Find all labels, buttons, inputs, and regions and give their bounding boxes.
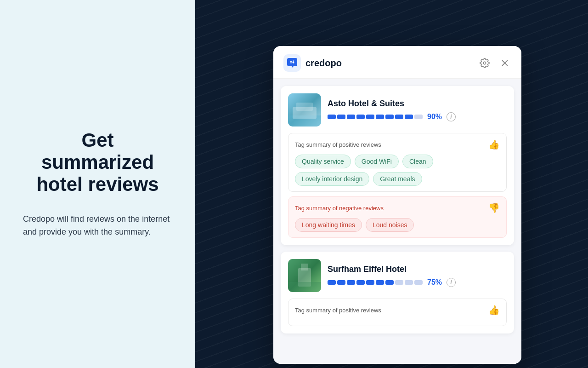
bar-seg-7 (385, 115, 394, 119)
settings-button[interactable] (478, 57, 491, 69)
thumbs-down-icon-asto: 👎 (488, 202, 500, 213)
bar-seg-6 (376, 115, 384, 119)
credopo-widget: credopo (273, 46, 521, 364)
rating-row-surfham: 75% i (328, 278, 507, 287)
bar-s8 (395, 280, 403, 285)
hotel-thumbnail-surfham (288, 259, 321, 292)
bar-seg-1 (328, 115, 336, 119)
positive-title-asto: Tag summary of positive reviews (295, 141, 381, 148)
tag-long-waiting[interactable]: Long waiting times (295, 218, 362, 232)
tag-lovely-interior[interactable]: Lovely interior design (295, 172, 369, 186)
widget-controls (478, 57, 511, 69)
bar-s5 (366, 280, 374, 285)
gear-icon (480, 58, 490, 68)
help-icon-asto[interactable]: i (447, 112, 456, 121)
logo-text: credopo (305, 58, 342, 69)
tag-clean[interactable]: Clean (402, 155, 433, 168)
bar-s2 (337, 280, 345, 285)
widget-logo: credopo (283, 54, 342, 72)
bar-s7 (385, 280, 394, 285)
tag-quality-service[interactable]: Quality service (295, 155, 351, 168)
rating-pct-surfham: 75% (427, 278, 442, 287)
hotel-thumbnail-asto (288, 93, 321, 126)
hotel-name-asto: Asto Hotel & Suites (328, 99, 507, 109)
bar-s9 (405, 280, 413, 285)
hotel-header-surfham: Surfham Eiffel Hotel (288, 259, 507, 292)
positive-tags-asto: Quality service Good WiFi Clean Lovely i… (295, 155, 500, 186)
positive-title-surfham: Tag summary of positive reviews (295, 307, 381, 314)
thumbs-up-icon-surfham: 👍 (488, 305, 500, 316)
negative-tags-asto: Long waiting times Loud noises (295, 218, 500, 232)
close-icon (500, 58, 510, 68)
svg-point-1 (483, 62, 486, 64)
help-icon-surfham[interactable]: i (447, 278, 456, 287)
hotel-name-surfham: Surfham Eiffel Hotel (328, 264, 507, 274)
widget-body[interactable]: Asto Hotel & Suites (273, 79, 521, 364)
hotel-card-surfham: Surfham Eiffel Hotel (281, 252, 514, 334)
bar-seg-5 (366, 115, 374, 119)
bar-seg-10 (414, 115, 423, 119)
bar-s6 (376, 280, 384, 285)
bar-s4 (356, 280, 365, 285)
rating-pct-asto: 90% (427, 113, 442, 121)
bar-s3 (347, 280, 355, 285)
svg-rect-10 (301, 264, 308, 270)
tag-great-meals[interactable]: Great meals (373, 172, 422, 186)
positive-section-header-asto: Tag summary of positive reviews 👍 (295, 139, 500, 150)
hotel-header-asto: Asto Hotel & Suites (288, 93, 507, 126)
bar-s10 (414, 280, 423, 285)
tag-good-wifi[interactable]: Good WiFi (355, 155, 399, 168)
hotel-info-surfham: Surfham Eiffel Hotel (328, 264, 507, 287)
rating-bar-surfham (328, 280, 423, 285)
rating-row-asto: 90% i (328, 112, 507, 121)
close-button[interactable] (498, 57, 511, 69)
negative-section-header-asto: Tag summary of negative reviews 👎 (295, 202, 500, 213)
bar-seg-3 (347, 115, 355, 119)
bar-seg-8 (395, 115, 403, 119)
hotel-info-asto: Asto Hotel & Suites (328, 99, 507, 121)
thumbs-up-icon-asto: 👍 (488, 139, 500, 150)
svg-rect-7 (296, 103, 313, 111)
right-panel: credopo (195, 0, 588, 368)
hotel-image-asto (288, 93, 321, 126)
bar-seg-4 (356, 115, 365, 119)
positive-section-asto: Tag summary of positive reviews 👍 Qualit… (288, 133, 507, 192)
negative-section-asto: Tag summary of negative reviews 👎 Long w… (288, 196, 507, 238)
left-panel: Get summarized hotel reviews Credopo wil… (0, 0, 195, 368)
svg-rect-11 (288, 282, 321, 292)
headline: Get summarized hotel reviews (23, 129, 172, 196)
tag-loud-noises[interactable]: Loud noises (366, 218, 414, 232)
rating-bar-asto (328, 115, 423, 119)
bar-s1 (328, 280, 336, 285)
positive-section-surfham: Tag summary of positive reviews 👍 (288, 299, 507, 326)
widget-header: credopo (273, 46, 521, 79)
hotel-card-asto: Asto Hotel & Suites (281, 86, 514, 245)
bar-seg-2 (337, 115, 345, 119)
positive-section-header-surfham: Tag summary of positive reviews 👍 (295, 305, 500, 316)
negative-title-asto: Tag summary of negative reviews (295, 205, 384, 212)
credopo-logo-icon (283, 54, 301, 72)
bar-seg-9 (405, 115, 413, 119)
hotel-image-surfham (288, 259, 321, 292)
description: Credopo will find reviews on the interne… (23, 213, 172, 239)
